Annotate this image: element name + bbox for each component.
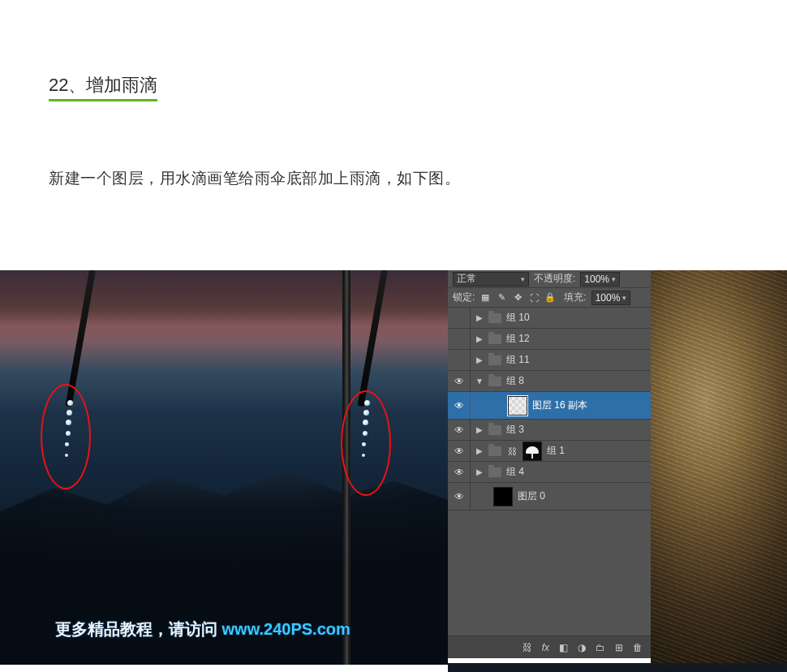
layer-row-grp4[interactable]: 👁▶组 4: [448, 462, 651, 483]
lock-label: 锁定:: [453, 291, 475, 304]
fill-input[interactable]: 100% ▾: [591, 291, 631, 305]
folder-icon: [488, 425, 501, 435]
visibility-toggle-icon[interactable]: [448, 308, 471, 328]
opacity-label: 不透明度:: [534, 272, 575, 286]
mask-icon[interactable]: ◧: [559, 642, 568, 653]
chevron-right-icon[interactable]: ▶: [471, 355, 488, 364]
annotation-ellipse-right: [341, 390, 391, 496]
layer-row-l0[interactable]: 👁图层 0: [448, 483, 651, 510]
layer-row-grp11[interactable]: ▶组 11: [448, 350, 651, 371]
fx-icon[interactable]: fx: [542, 642, 549, 653]
folder-icon: [488, 467, 501, 477]
caption-prefix: 更多精品教程，请访问: [55, 620, 222, 638]
layer-row-grp10[interactable]: ▶组 10: [448, 308, 651, 329]
layers-panel: 正常 ▾ 不透明度: 100% ▾ 锁定: ▦ ✎ ✥ ⛶ 🔒 填充: 100%: [448, 270, 651, 658]
opacity-value: 100%: [584, 274, 609, 285]
background-bottom-dark: [448, 663, 787, 672]
visibility-toggle-icon[interactable]: [448, 350, 471, 370]
visibility-toggle-icon[interactable]: 👁: [448, 392, 471, 419]
layer-name[interactable]: 组 11: [506, 353, 646, 367]
visibility-toggle-icon[interactable]: [448, 329, 471, 349]
adjustment-icon[interactable]: ◑: [578, 642, 586, 653]
layer-row-grp8[interactable]: 👁▼组 8: [448, 371, 651, 392]
background-hair: [651, 270, 787, 672]
new-group-icon[interactable]: 🗀: [596, 642, 605, 653]
link-icon: ⛓: [506, 446, 518, 456]
screenshot-area: 更多精品教程，请访问 www.240PS.com 正常 ▾ 不透明度: 100%…: [0, 270, 787, 672]
umbrella-spoke-right: [358, 270, 388, 407]
link-layers-icon[interactable]: ⛓: [523, 642, 532, 653]
folder-icon: [488, 377, 501, 386]
folder-icon: [488, 446, 501, 456]
image-caption: 更多精品教程，请访问 www.240PS.com: [55, 618, 350, 640]
visibility-toggle-icon[interactable]: 👁: [448, 483, 471, 510]
blend-mode-value: 正常: [457, 272, 476, 286]
layer-row-l16c[interactable]: 👁图层 16 副本: [448, 392, 651, 420]
lock-artboard-icon[interactable]: ⛶: [528, 292, 540, 304]
layer-name[interactable]: 图层 0: [518, 489, 646, 503]
layer-row-grp1[interactable]: 👁▶⛓组 1: [448, 441, 651, 462]
visibility-toggle-icon[interactable]: 👁: [448, 462, 471, 482]
visibility-toggle-icon[interactable]: 👁: [448, 420, 471, 440]
layer-name[interactable]: 组 1: [547, 444, 646, 458]
layer-row-grp3[interactable]: 👁▶组 3: [448, 420, 651, 441]
blend-row: 正常 ▾ 不透明度: 100% ▾: [448, 270, 651, 288]
blend-mode-select[interactable]: 正常 ▾: [453, 272, 529, 286]
layer-name[interactable]: 组 8: [506, 374, 646, 388]
chevron-down-icon: ▾: [521, 275, 525, 283]
layer-name[interactable]: 组 12: [506, 332, 646, 346]
layer-row-grp12[interactable]: ▶组 12: [448, 329, 651, 350]
folder-icon: [488, 355, 501, 365]
visibility-toggle-icon[interactable]: 👁: [448, 441, 471, 461]
chevron-right-icon[interactable]: ▶: [471, 334, 488, 343]
tutorial-description: 新建一个图层，用水滴画笔给雨伞底部加上雨滴，如下图。: [49, 168, 738, 189]
layer-name[interactable]: 图层 16 副本: [532, 398, 646, 412]
fill-value: 100%: [596, 292, 621, 304]
lock-row: 锁定: ▦ ✎ ✥ ⛶ 🔒 填充: 100% ▾: [448, 288, 651, 308]
layer-name[interactable]: 组 4: [506, 465, 646, 479]
lock-all-icon[interactable]: 🔒: [544, 292, 556, 304]
layer-name[interactable]: 组 10: [506, 311, 646, 325]
visibility-toggle-icon[interactable]: 👁: [448, 371, 471, 391]
layer-thumbnail: [508, 396, 527, 416]
chevron-right-icon[interactable]: ▶: [471, 446, 488, 455]
caption-url: www.240PS.com: [222, 620, 350, 638]
mask-thumbnail: [523, 442, 542, 461]
delete-layer-icon[interactable]: 🗑: [633, 642, 643, 653]
layer-thumbnail: [493, 487, 513, 506]
composite-image: 更多精品教程，请访问 www.240PS.com: [0, 270, 448, 665]
lock-brush-icon[interactable]: ✎: [496, 292, 507, 304]
folder-icon: [488, 313, 501, 323]
layers-list: ▶组 10▶组 12▶组 11👁▼组 8👁图层 16 副本👁▶组 3👁▶⛓组 1…: [448, 308, 651, 510]
chevron-right-icon[interactable]: ▶: [471, 313, 488, 322]
opacity-input[interactable]: 100% ▾: [580, 272, 620, 286]
annotation-ellipse-left: [41, 384, 91, 489]
new-layer-icon[interactable]: ⊞: [615, 642, 623, 653]
chevron-down-icon: ▾: [612, 275, 616, 283]
step-title: 22、增加雨滴: [49, 73, 157, 101]
chevron-right-icon[interactable]: ▶: [471, 425, 488, 434]
lock-move-icon[interactable]: ✥: [512, 292, 523, 304]
chevron-right-icon[interactable]: ▶: [471, 467, 488, 476]
lock-pixels-icon[interactable]: ▦: [480, 292, 491, 304]
chevron-down-icon: ▾: [622, 294, 626, 302]
chevron-down-icon[interactable]: ▼: [471, 377, 488, 386]
panel-bottom-toolbar: ⛓ fx ◧ ◑ 🗀 ⊞ 🗑: [448, 635, 651, 658]
layer-name[interactable]: 组 3: [506, 423, 646, 437]
folder-icon: [488, 334, 501, 344]
fill-label: 填充:: [564, 291, 586, 304]
